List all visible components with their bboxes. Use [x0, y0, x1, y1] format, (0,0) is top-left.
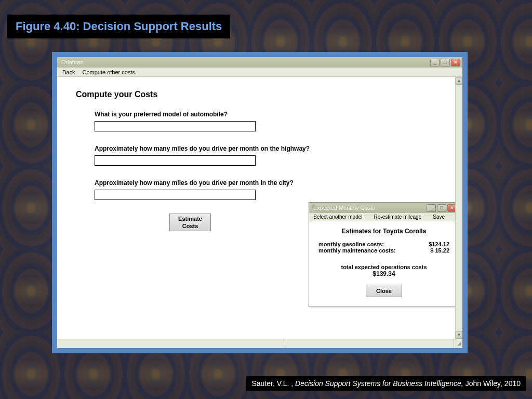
main-window: Odabran _ □ × Back Compute other costs C…	[57, 57, 462, 348]
scroll-down-icon[interactable]: ▼	[456, 331, 462, 339]
menu-save[interactable]: Save	[433, 214, 445, 220]
main-window-title: Odabran	[61, 59, 84, 65]
figure-caption: Figure 4.40: Decision Support Results	[7, 15, 230, 38]
popup-maximize-icon[interactable]: □	[437, 204, 446, 212]
popup-minimize-icon[interactable]: _	[427, 204, 436, 212]
minimize-icon[interactable]: _	[430, 59, 440, 66]
main-menubar: Back Compute other costs	[57, 68, 462, 77]
estimate-button[interactable]: EstimateCosts	[169, 214, 211, 231]
popup-heading: Estimates for Toyota Corolla	[316, 228, 451, 235]
results-popup: Expected Monthly Costs _ □ × Select anot…	[309, 202, 459, 307]
citation-author: Sauter, V.L. ,	[251, 379, 295, 388]
scrollbar[interactable]: ▲ ▼	[455, 77, 462, 339]
model-input[interactable]	[95, 121, 256, 131]
gas-value: $124.12	[429, 241, 449, 247]
menu-select-another[interactable]: Select another model	[313, 214, 363, 220]
row-maintenance: monthly maintenance costs: $ 15.22	[316, 247, 451, 254]
popup-menubar: Select another model Re-estimate mileage…	[309, 213, 459, 221]
statusbar: ◢	[57, 339, 462, 348]
figure-caption-text: Figure 4.40: Decision Support Results	[16, 20, 222, 33]
scroll-up-icon[interactable]: ▲	[456, 77, 462, 85]
menu-back[interactable]: Back	[62, 69, 75, 75]
row-gas: monthly gasoline costs: $124.12	[316, 241, 451, 247]
main-titlebar: Odabran _ □ ×	[57, 57, 462, 68]
popup-titlebar: Expected Monthly Costs _ □ ×	[309, 203, 459, 213]
question-model-label: What is your preferred model of automobi…	[95, 111, 444, 118]
slide-frame: Odabran _ □ × Back Compute other costs C…	[52, 52, 468, 353]
question-city: Approximately how many miles do you driv…	[95, 179, 444, 200]
question-city-label: Approximately how many miles do you driv…	[95, 179, 444, 187]
citation-publisher: John Wiley, 2010	[466, 379, 521, 388]
form-heading: Compute your Costs	[76, 90, 444, 99]
maximize-icon[interactable]: □	[441, 59, 450, 66]
gas-label: monthly gasoline costs:	[318, 241, 384, 247]
city-input[interactable]	[95, 190, 256, 200]
total-label: total expected operations costs	[316, 264, 451, 270]
question-highway: Approximately how many miles do you driv…	[95, 145, 444, 166]
maint-label: monthly maintenance costs:	[318, 247, 396, 254]
menu-compute-other[interactable]: Compute other costs	[82, 69, 135, 75]
window-buttons: _ □ ×	[430, 59, 460, 66]
total-value: $139.34	[316, 270, 451, 277]
popup-body: Estimates for Toyota Corolla monthly gas…	[309, 221, 459, 307]
resize-grip-icon[interactable]: ◢	[454, 339, 462, 348]
popup-title: Expected Monthly Costs	[313, 205, 375, 211]
question-highway-label: Approximately how many miles do you driv…	[95, 145, 444, 152]
citation: Sauter, V.L. , Decision Support Systems …	[246, 376, 526, 391]
citation-title: Decision Support Systems for Business In…	[295, 379, 466, 388]
menu-reestimate[interactable]: Re-estimate mileage	[374, 214, 422, 220]
popup-window-buttons: _ □ ×	[427, 204, 457, 212]
close-button[interactable]: Close	[366, 285, 402, 297]
question-model: What is your preferred model of automobi…	[95, 111, 444, 131]
maint-value: $ 15.22	[430, 247, 449, 254]
highway-input[interactable]	[95, 155, 256, 166]
content-area: Compute your Costs What is your preferre…	[57, 77, 462, 339]
close-icon[interactable]: ×	[451, 59, 460, 66]
